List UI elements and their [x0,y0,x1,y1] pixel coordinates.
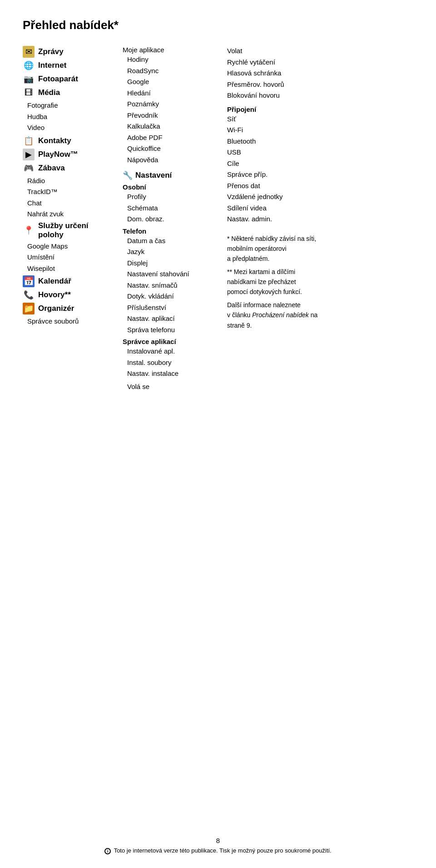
sub-usb: USB [227,147,413,158]
sub-spravce-prip: Správce příp. [227,170,413,180]
footnote-4: ** Mezi kartami a dílčími [227,267,413,277]
spravce-aplikaci-label: Správce aplikací [123,338,218,345]
sub-prislusenstvi: Příslušenství [127,303,218,313]
sub-poznamky: Poznámky [127,99,218,110]
menu-item-zpravy: ✉ Zprávy [23,46,114,58]
footnote-6: pomocí dotykových funkcí. [227,287,413,297]
sub-trackid: TrackID™ [27,187,114,197]
sub-quickoffice: Quickoffice [127,144,218,154]
sub-nastav-instalace: Nastav. instalace [127,369,218,379]
sub-schemata: Schémata [127,203,218,214]
nastaveni-wrench-icon: 🔧 [123,170,133,180]
zpravy-label: Zprávy [38,47,64,56]
zpravy-icon: ✉ [23,46,35,58]
sub-sprava-telefonu: Správa telefonu [127,325,218,335]
sub-nahrat: Nahrát zvuk [27,209,114,219]
sub-cile: Cíle [227,159,413,169]
sub-radio: Rádio [27,176,114,186]
kontakty-label: Kontakty [38,136,71,145]
sub-nastav-admin: Nastav. admin. [227,214,413,224]
sub-jazyk: Jazyk [127,247,218,257]
sub-google: Google [127,77,218,87]
kalendar-icon: 📅 [23,275,35,287]
telefon-label: Telefon [123,227,218,235]
sub-kalkulacka: Kalkulačka [127,121,218,132]
menu-item-fotoaparat: 📷 Fotoaparát [23,73,114,85]
sub-nastav-stahovani: Nastavení stahování [127,269,218,279]
menu-item-organizér: 📁 Organizér [23,303,114,314]
menu-item-sluzby: 📍 Služby určení polohy [23,221,114,239]
sluzby-label: Služby určení polohy [38,221,114,239]
sub-nastav-aplikaci: Nastav. aplikací [127,314,218,324]
sub-googlemaps: Google Maps [27,241,114,252]
sub-wisepilot: Wisepilot [27,264,114,274]
sub-bluetooth: Bluetooth [227,136,413,147]
sub-prenos-dat: Přenos dat [227,181,413,191]
sub-blokovani: Blokování hovoru [227,90,413,101]
menu-item-hovory: 📞 Hovory** [23,289,114,301]
sub-dotyk-vkladani: Dotyk. vkládání [127,291,218,302]
footnotes: * Některé nabídky závisí na síti, mobiln… [227,234,413,331]
sub-fotografie: Fotografie [27,100,114,111]
playnow-icon: ▶ [23,149,35,160]
vola-se-label: Volá se [127,383,218,390]
page-title: Přehled nabídek* [23,18,413,32]
hovory-label: Hovory** [38,290,71,299]
pripojeni-title: Připojení [227,105,413,113]
sub-spravce: Správce souborů [27,316,114,327]
footnote-italic: Procházení nabídek [252,311,309,319]
internet-icon: 🌐 [23,60,35,71]
hovory-icon: 📞 [23,289,35,301]
sub-presmero: Přesměrov. hovorů [227,80,413,90]
sub-datum: Datum a čas [127,236,218,246]
osobni-label: Osobní [123,183,218,191]
footnote-9: straně 9. [227,320,413,330]
sub-instal-soubory: Instal. soubory [127,358,218,368]
sub-sdileni: Sdílení videa [227,203,413,214]
sub-roadsync: RoadSync [127,66,218,76]
menu-item-internet: 🌐 Internet [23,60,114,71]
footnote-3: a předplatném. [227,254,413,264]
sub-instalovane: Instalované apl. [127,346,218,357]
sub-hudba: Hudba [27,112,114,122]
menu-item-kontakty: 📋 Kontakty [23,135,114,147]
info-icon [104,848,111,854]
organizér-icon: 📁 [23,303,35,314]
page-number: 8 [216,837,220,844]
organizér-label: Organizér [38,304,74,313]
sub-hlasova: Hlasová schránka [227,68,413,79]
internet-label: Internet [38,61,66,70]
playnow-label: PlayNow™ [38,150,78,159]
fotoaparat-icon: 📷 [23,73,35,85]
kontakty-icon: 📋 [23,135,35,147]
sub-displej: Displej [127,258,218,269]
sluzby-icon: 📍 [23,224,35,236]
menu-item-playnow: ▶ PlayNow™ [23,149,114,160]
kalendar-label: Kalendář [38,277,71,286]
sub-video: Video [27,123,114,133]
sub-hledani: Hledání [127,88,218,99]
sub-nastav-snimacu: Nastav. snímačů [127,280,218,291]
sub-rychle-vytaceni: Rychlé vytáčení [227,57,413,68]
sub-napoveda: Nápověda [127,155,218,165]
sub-umisteni: Umístění [27,252,114,263]
footnote-2: mobilním operátorovi [227,244,413,254]
sub-volat: Volat [227,46,413,56]
footnote-5: nabídkami lze přecházet [227,277,413,287]
menu-item-kalendar: 📅 Kalendář [23,275,114,287]
sub-sit: Síť [227,114,413,125]
footnote-7: Další informace naleznete [227,300,413,310]
sub-adobe: Adobe PDF [127,133,218,143]
nastaveni-title: 🔧 Nastavení [123,170,218,180]
sub-prevodnik: Převodník [127,110,218,121]
zabava-label: Zábava [38,164,65,173]
sub-hodiny: Hodiny [127,55,218,65]
media-icon: 🎞 [23,87,35,99]
sub-chat: Chat [27,198,114,209]
column-3: Volat Rychlé vytáčení Hlasová schránka P… [227,46,413,330]
sub-dom-obraz: Dom. obraz. [127,214,218,224]
fotoaparat-label: Fotoaparát [38,75,78,84]
zabava-icon: 🎮 [23,162,35,174]
footer-text: Toto je internetová verze této publikace… [104,847,332,854]
sub-wifi: Wi-Fi [227,125,413,135]
